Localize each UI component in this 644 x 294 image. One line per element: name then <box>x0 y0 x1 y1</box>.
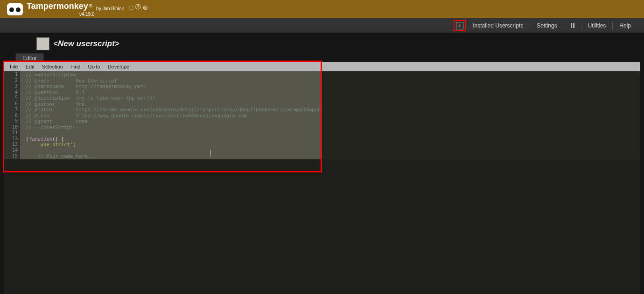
script-title-area: <New userscript> <box>0 34 644 53</box>
editor-empty-region[interactable] <box>4 159 640 294</box>
code-line: // Your code here... <box>26 153 97 159</box>
brand-author: by Jan Biniok <box>96 6 124 11</box>
menu-selection[interactable]: Selection <box>38 64 67 69</box>
editor-right-region[interactable] <box>321 71 640 159</box>
code-line: // @description try to take over the wor… <box>26 95 155 101</box>
plus-icon: ＋ <box>457 23 462 28</box>
line-number-gutter: 1 2 3 4 5 6 7 8 9 10 11 12 13 14 15 16 <box>4 71 20 159</box>
line-number: 5 <box>4 95 18 101</box>
code-token: function <box>28 136 52 142</box>
line-number: 15 <box>4 153 18 159</box>
menu-goto[interactable]: GoTo <box>84 64 104 69</box>
code-line: // @version 0.1 <box>26 89 84 95</box>
tampermonkey-logo-icon <box>7 3 23 15</box>
line-number: 9 <box>4 118 18 124</box>
code-line: // @namespace http://tampermonkey.net/ <box>26 83 147 89</box>
facebook-icon[interactable]: ⓕ <box>135 3 141 11</box>
code-line: // @name New Userscript <box>26 78 117 83</box>
brand-registered: ® <box>89 3 92 8</box>
code-line: 'use strict'; <box>26 142 76 147</box>
script-title: <New userscript> <box>53 39 119 48</box>
instagram-icon[interactable]: ◎ <box>143 4 147 11</box>
line-number: 8 <box>4 113 18 119</box>
code-line: // ==UserScript== <box>26 72 76 77</box>
brand-bar: Tampermonkey® by Jan Biniok ◌ ⓕ ◎ v4.19.… <box>0 0 644 18</box>
menu-developer[interactable]: Developer <box>104 64 135 69</box>
nav-installed-userscripts[interactable]: Installed Userscripts <box>466 18 530 33</box>
script-icon <box>36 37 49 50</box>
code-line: // ==/UserScript== <box>26 124 79 130</box>
line-number: 11 <box>4 130 18 136</box>
code-line: // @icon https://www.google.com/s2/favic… <box>26 113 247 118</box>
nav-utilities[interactable]: Utilities <box>581 18 613 33</box>
nav-settings[interactable]: Settings <box>530 18 563 33</box>
line-number: 10 <box>4 124 18 130</box>
github-icon[interactable]: ◌ <box>129 4 133 11</box>
code-line: // @match https://chrome.google.com/webs… <box>26 107 332 112</box>
text-cursor-icon <box>210 150 211 157</box>
code-token: () { <box>52 136 64 142</box>
brand-text: Tampermonkey® by Jan Biniok ◌ ⓕ ◎ v4.19.… <box>27 1 147 17</box>
editor-menu-bar: File Edit Selection Find GoTo Developer <box>4 62 640 71</box>
tab-editor[interactable]: Editor <box>15 53 44 63</box>
line-number: 7 <box>4 107 18 113</box>
menu-file[interactable]: File <box>6 64 22 69</box>
code-line: // @grant none <box>26 118 88 124</box>
brand-version: v4.19.0 <box>27 12 147 17</box>
line-number: 12 <box>4 136 18 142</box>
line-number: 6 <box>4 101 18 107</box>
line-number: 1 <box>4 72 18 78</box>
line-number: 13 <box>4 142 18 148</box>
main-nav: ＋ Installed Userscripts Settings Utiliti… <box>0 18 644 33</box>
line-number: 4 <box>4 89 18 96</box>
add-script-button-highlight: ＋ <box>454 20 466 31</box>
menu-edit[interactable]: Edit <box>22 64 38 69</box>
add-script-button[interactable]: ＋ <box>456 22 463 29</box>
line-number: 2 <box>4 78 18 84</box>
menu-find[interactable]: Find <box>67 64 84 69</box>
code-line: // @author You <box>26 101 84 107</box>
nav-pause-button[interactable] <box>564 18 581 33</box>
line-number: 3 <box>4 83 18 89</box>
brand-title: Tampermonkey <box>27 1 88 11</box>
editor-tab-row: Editor <box>0 54 644 63</box>
brand-social-icons: ◌ ⓕ ◎ <box>129 3 147 11</box>
line-number: 14 <box>4 148 18 154</box>
nav-help[interactable]: Help <box>613 18 637 33</box>
